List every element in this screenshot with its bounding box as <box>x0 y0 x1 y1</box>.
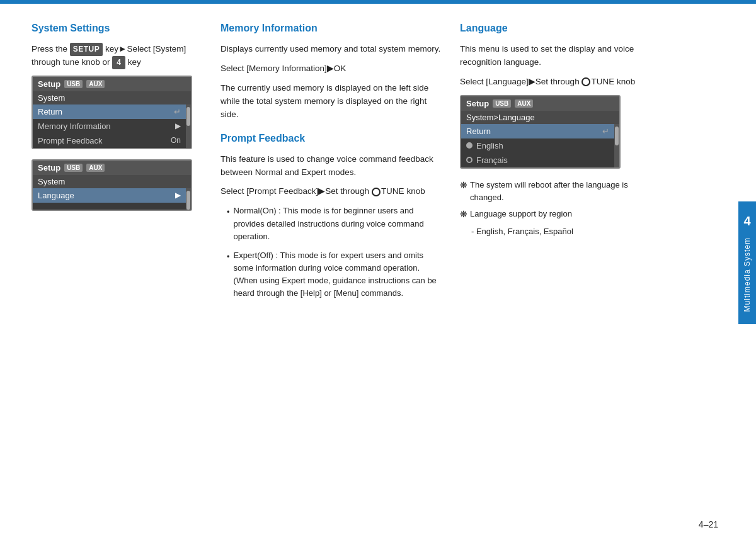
bullet-text-expert: Expert(Off) : This mode is for expert us… <box>234 249 441 300</box>
screen1-aux: AUX <box>86 80 105 88</box>
right-column: Language This menu is used to set the di… <box>454 23 655 306</box>
lang-row-francais-content: Français <box>466 155 508 165</box>
language-title: Language <box>460 23 655 34</box>
side-tab-label: Multimedia System <box>743 237 752 312</box>
note-reboot-text: The system will reboot after the languag… <box>470 179 655 204</box>
language-screen-mockup: Setup USB AUX System>Language Return ↵ E… <box>460 95 621 169</box>
screen2-rows: Language ▶ <box>33 188 186 210</box>
tune-label: TUNE knob <box>381 186 425 196</box>
screen1-row-prompt: Prompt Feedback On <box>33 133 186 148</box>
screen1-row-memory: Memory Information ▶ <box>33 119 186 133</box>
screen2-rows-area: Language ▶ <box>33 188 191 210</box>
bullet-dot-2: • <box>227 251 230 300</box>
screen1-row-prompt-label: Prompt Feedback <box>38 136 103 145</box>
bullet-list: • Normal(On) : This mode is for beginner… <box>227 205 441 300</box>
prompt-feedback-title: Prompt Feedback <box>220 133 441 144</box>
side-tab-number: 4 <box>743 214 750 229</box>
screen2-aux: AUX <box>86 164 105 172</box>
lang-screen-scrollbar <box>614 124 619 167</box>
lang-row-english-content: English <box>466 141 503 150</box>
prompt-feedback-body1: This feature is used to change voice com… <box>220 153 441 179</box>
screen1-subheader: System <box>33 91 191 104</box>
bullet-item-expert: • Expert(Off) : This mode is for expert … <box>227 249 441 300</box>
screen1-rows-area: Return ↵ Memory Information ▶ Prompt Fee… <box>33 104 191 148</box>
note-star-1: ❋ <box>460 179 467 204</box>
screen2-header-label: Setup <box>38 163 60 172</box>
note-reboot: ❋ The system will reboot after the langu… <box>460 179 655 204</box>
screen1-header-label: Setup <box>38 79 60 89</box>
prompt-feedback-body2: Select [Prompt Feedback]▶Set through TUN… <box>220 185 441 198</box>
lang-row-english: English <box>461 138 614 153</box>
tune-circle-icon-2 <box>581 77 590 86</box>
left-section-title: System Settings <box>32 23 202 34</box>
screen1-scrollbar <box>186 104 191 148</box>
left-column: System Settings Press the SETUP key►Sele… <box>32 23 214 306</box>
note-language-support-text: Language support by region <box>470 208 572 222</box>
num-badge: 4 <box>112 56 125 69</box>
tune-circle-icon <box>372 188 381 196</box>
radio-filled-icon <box>466 142 472 149</box>
screen1-row-return-arrow: ↵ <box>174 107 181 116</box>
memory-info-body2: Select [Memory Information]▶OK <box>220 62 441 76</box>
note-language-support: ❋ Language support by region <box>460 208 655 222</box>
bullet-dot-1: • <box>227 206 230 242</box>
side-tab: 4 Multimedia System <box>738 201 756 324</box>
screen1-scrollbar-thumb <box>186 107 190 126</box>
lang-row-return: Return ↵ <box>461 124 614 138</box>
middle-column: Memory Information Displays currently us… <box>214 23 454 306</box>
lang-row-return-arrow: ↵ <box>602 127 609 136</box>
lang-row-francais: Français <box>461 153 614 167</box>
screen1-rows: Return ↵ Memory Information ▶ Prompt Fee… <box>33 104 186 148</box>
lang-screen-aux: AUX <box>515 99 533 108</box>
lang-screen-usb: USB <box>493 99 511 108</box>
screen1-row-memory-arrow: ▶ <box>175 121 181 130</box>
lang-screen-rows-area: Return ↵ English Français <box>461 124 619 167</box>
note-star-2: ❋ <box>460 208 467 222</box>
lang-screen-scrollbar-thumb <box>615 127 619 145</box>
language-body1: This menu is used to set the display and… <box>460 43 655 69</box>
radio-empty-icon <box>466 157 472 163</box>
screen-mockup-2: Setup USB AUX System Language ▶ <box>32 159 192 211</box>
lang-screen-header: Setup USB AUX <box>461 96 619 111</box>
bullet-item-normal: • Normal(On) : This mode is for beginner… <box>227 205 441 242</box>
memory-info-body1: Displays currently used memory and total… <box>220 43 441 56</box>
screen2-scrollbar <box>186 188 191 210</box>
screen2-usb: USB <box>64 164 83 172</box>
screen2-scrollbar-thumb <box>186 191 190 210</box>
screen1-usb: USB <box>64 80 83 88</box>
screen2-row-language: Language ▶ <box>33 188 186 203</box>
memory-info-title: Memory Information <box>220 23 441 34</box>
screen2-row-language-label: Language <box>38 191 74 200</box>
page-number: 4–21 <box>699 519 718 529</box>
lang-screen-subheader: System>Language <box>461 111 619 124</box>
screen2-subheader: System <box>33 175 191 188</box>
language-body2: Select [Language]▶Set through TUNE knob <box>460 76 655 89</box>
tune-label-2: TUNE knob <box>591 77 635 86</box>
memory-info-body3: The currently used memory is displayed o… <box>220 82 441 121</box>
screen2-header: Setup USB AUX <box>33 161 191 175</box>
lang-row-return-label: Return <box>466 127 491 136</box>
setup-badge: SETUP <box>70 43 103 56</box>
screen-mockup-1: Setup USB AUX System Return ↵ Memory Inf… <box>32 76 192 149</box>
lang-screen-rows: Return ↵ English Français <box>461 124 614 167</box>
screen2-row-language-arrow: ▶ <box>175 191 181 200</box>
lang-screen-header-label: Setup <box>466 99 489 108</box>
bullet-text-normal: Normal(On) : This mode is for beginner u… <box>234 205 441 242</box>
screen1-row-return: Return ↵ <box>33 104 186 119</box>
screen1-header: Setup USB AUX <box>33 77 191 91</box>
screen1-row-return-label: Return <box>38 107 62 116</box>
screen1-row-prompt-value: On <box>171 136 181 145</box>
left-intro: Press the SETUP key►Select [System] thro… <box>32 43 202 69</box>
indent-note: - English, Français, Español <box>471 225 655 238</box>
screen1-row-memory-label: Memory Information <box>38 121 111 131</box>
